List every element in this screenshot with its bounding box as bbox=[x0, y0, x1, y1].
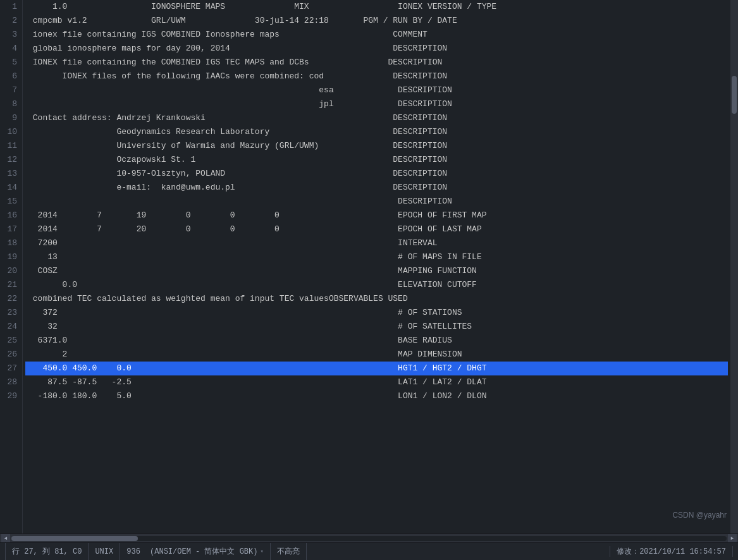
line-number-24: 24 bbox=[3, 320, 17, 334]
code-line-13: 10-957-Olsztyn, POLAND DESCRIPTION bbox=[25, 167, 728, 181]
code-line-1: 1.0 IONOSPHERE MAPS MIX IONEX VERSION / … bbox=[25, 0, 728, 14]
line-number-20: 20 bbox=[3, 264, 17, 278]
line-number-21: 21 bbox=[3, 278, 17, 292]
scrollbar-thumb[interactable] bbox=[732, 76, 737, 114]
line-number-26: 26 bbox=[3, 348, 17, 362]
code-line-11: University of Warmia and Mazury (GRL/UWM… bbox=[25, 139, 728, 153]
status-right: 修改：2021/10/11 16:54:57 bbox=[610, 546, 733, 557]
code-content[interactable]: 1.0 IONOSPHERE MAPS MIX IONEX VERSION / … bbox=[23, 0, 730, 533]
line-number-8: 8 bbox=[3, 97, 17, 111]
line-number-7: 7 bbox=[3, 83, 17, 97]
line-number-23: 23 bbox=[3, 306, 17, 320]
line-ending[interactable]: UNIX bbox=[89, 543, 120, 560]
line-number-10: 10 bbox=[3, 125, 17, 139]
code-line-18: 7200 INTERVAL bbox=[25, 236, 728, 250]
code-line-20: COSZ MAPPING FUNCTION bbox=[25, 264, 728, 278]
line-number-13: 13 bbox=[3, 167, 17, 181]
editor-area: 1234567891011121314151617181920212223242… bbox=[0, 0, 738, 542]
line-number-25: 25 bbox=[3, 334, 17, 348]
code-line-4: global ionosphere maps for day 200, 2014… bbox=[25, 42, 728, 56]
line-number-3: 3 bbox=[3, 28, 17, 42]
line-number-4: 4 bbox=[3, 42, 17, 56]
code-line-5: IONEX file containing the COMBINED IGS T… bbox=[25, 56, 728, 70]
line-number-28: 28 bbox=[3, 375, 17, 389]
code-line-26: 2 MAP DIMENSION bbox=[25, 348, 728, 362]
code-line-16: 2014 7 19 0 0 0 EPOCH OF FIRST MAP bbox=[25, 209, 728, 222]
encoding-dropdown-arrow: ▾ bbox=[260, 548, 263, 555]
line-number-1: 1 bbox=[3, 0, 17, 14]
code-line-2: cmpcmb v1.2 GRL/UWM 30-jul-14 22:18 PGM … bbox=[25, 14, 728, 28]
scroll-left-button[interactable]: ◄ bbox=[1, 534, 10, 543]
code-line-25: 6371.0 BASE RADIUS bbox=[25, 334, 728, 348]
code-line-12: Oczapowski St. 1 DESCRIPTION bbox=[25, 153, 728, 167]
code-line-22: combined TEC calculated as weighted mean… bbox=[25, 292, 728, 306]
code-line-24: 32 # OF SATELLITES bbox=[25, 320, 728, 334]
line-number-17: 17 bbox=[3, 222, 17, 236]
code-line-17: 2014 7 20 0 0 0 EPOCH OF LAST MAP bbox=[25, 222, 728, 236]
line-number-18: 18 bbox=[3, 236, 17, 250]
horizontal-scrollbar[interactable]: ◄ ► bbox=[0, 533, 738, 542]
line-number-12: 12 bbox=[3, 153, 17, 167]
code-line-28: 87.5 -87.5 -2.5 LAT1 / LAT2 / DLAT bbox=[25, 375, 728, 389]
code-line-10: Geodynamics Research Laboratory DESCRIPT… bbox=[25, 125, 728, 139]
line-number-19: 19 bbox=[3, 250, 17, 264]
status-bar: 行 27, 列 81, C0 UNIX 936 (ANSI/OEM - 简体中文… bbox=[0, 542, 738, 560]
code-line-15: DESCRIPTION bbox=[25, 195, 728, 209]
line-number-6: 6 bbox=[3, 70, 17, 83]
code-line-21: 0.0 ELEVATION CUTOFF bbox=[25, 278, 728, 292]
h-scroll-track bbox=[11, 536, 727, 541]
code-line-23: 372 # OF STATIONS bbox=[25, 306, 728, 320]
line-number-16: 16 bbox=[3, 209, 17, 222]
code-line-29: -180.0 180.0 5.0 LON1 / LON2 / DLON bbox=[25, 389, 728, 403]
code-line-3: ionex file containing IGS COMBINED Ionos… bbox=[25, 28, 728, 42]
line-number-29: 29 bbox=[3, 389, 17, 403]
code-line-19: 13 # OF MAPS IN FILE bbox=[25, 250, 728, 264]
code-line-9: Contact address: Andrzej Krankowski DESC… bbox=[25, 111, 728, 125]
line-number-5: 5 bbox=[3, 56, 17, 70]
code-line-27: 450.0 450.0 0.0 HGT1 / HGT2 / DHGT bbox=[25, 362, 728, 375]
code-line-7: esa DESCRIPTION bbox=[25, 83, 728, 97]
scroll-right-button[interactable]: ► bbox=[728, 534, 737, 543]
line-number-15: 15 bbox=[3, 195, 17, 209]
line-number-11: 11 bbox=[3, 139, 17, 153]
highlight-toggle[interactable]: 不高亮 bbox=[271, 543, 307, 560]
line-number-27: 27 bbox=[3, 362, 17, 375]
line-number-2: 2 bbox=[3, 14, 17, 28]
encoding-selector[interactable]: 936 (ANSI/OEM - 简体中文 GBK) ▾ bbox=[120, 543, 271, 560]
line-number-14: 14 bbox=[3, 181, 17, 195]
line-number-22: 22 bbox=[3, 292, 17, 306]
code-line-8: jpl DESCRIPTION bbox=[25, 97, 728, 111]
vertical-scrollbar[interactable] bbox=[730, 0, 738, 533]
line-number-9: 9 bbox=[3, 111, 17, 125]
line-numbers: 1234567891011121314151617181920212223242… bbox=[0, 0, 23, 533]
code-line-6: IONEX files of the following IAACs were … bbox=[25, 70, 728, 83]
cursor-position: 行 27, 列 81, C0 bbox=[5, 543, 89, 560]
h-scroll-thumb[interactable] bbox=[11, 536, 138, 541]
code-line-14: e-mail: kand@uwm.edu.pl DESCRIPTION bbox=[25, 181, 728, 195]
content-area: 1234567891011121314151617181920212223242… bbox=[0, 0, 738, 533]
modified-date: 修改：2021/10/11 16:54:57 bbox=[610, 546, 733, 557]
watermark: CSDN @yayahr bbox=[672, 511, 727, 520]
